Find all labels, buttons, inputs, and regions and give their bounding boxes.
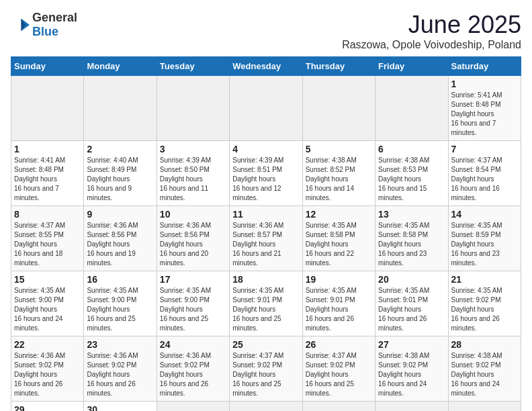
day-info: Sunrise: 4:36 AMSunset: 8:56 PMDaylight … (160, 221, 226, 268)
day-number: 10 (160, 209, 226, 220)
day-info: Sunrise: 4:38 AMSunset: 9:02 PMDaylight … (378, 351, 445, 398)
day-number: 30 (87, 404, 153, 411)
calendar-day-cell: 21Sunrise: 4:35 AMSunset: 9:02 PMDayligh… (448, 271, 521, 336)
calendar-header-cell: Sunday (11, 57, 84, 76)
day-number: 5 (306, 144, 372, 154)
calendar-day-cell: 9Sunrise: 4:36 AMSunset: 8:56 PMDaylight… (84, 206, 157, 271)
calendar-day-cell (302, 402, 375, 412)
day-info: Sunrise: 4:35 AMSunset: 9:02 PMDaylight … (451, 286, 518, 333)
calendar-header-cell: Monday (84, 57, 157, 76)
calendar-header-cell: Friday (375, 57, 448, 76)
day-info: Sunrise: 4:37 AMSunset: 8:55 PMDaylight … (14, 221, 81, 268)
calendar-week-row: 22Sunrise: 4:36 AMSunset: 9:02 PMDayligh… (11, 336, 521, 402)
calendar-day-cell: 22Sunrise: 4:36 AMSunset: 9:02 PMDayligh… (11, 336, 84, 402)
day-number: 12 (306, 209, 372, 220)
day-info: Sunrise: 4:38 AMSunset: 9:02 PMDaylight … (451, 351, 518, 398)
day-number: 19 (306, 274, 372, 285)
day-info: Sunrise: 4:37 AMSunset: 9:02 PMDaylight … (306, 351, 372, 398)
calendar-week-row: 1Sunrise: 4:41 AMSunset: 8:48 PMDaylight… (11, 141, 521, 206)
calendar-day-cell: 10Sunrise: 4:36 AMSunset: 8:56 PMDayligh… (157, 206, 229, 271)
day-info: Sunrise: 4:41 AMSunset: 8:48 PMDaylight … (14, 156, 81, 203)
calendar-day-cell: 16Sunrise: 4:35 AMSunset: 9:00 PMDayligh… (84, 271, 157, 336)
day-number: 21 (451, 274, 518, 285)
day-number: 4 (232, 144, 299, 154)
day-number: 24 (160, 339, 226, 350)
calendar-day-cell (157, 76, 229, 141)
calendar-day-cell: 26Sunrise: 4:37 AMSunset: 9:02 PMDayligh… (302, 336, 375, 402)
calendar-day-cell (375, 76, 448, 141)
day-number: 20 (378, 274, 445, 285)
calendar-day-cell: 1Sunrise: 5:41 AMSunset: 8:48 PMDaylight… (448, 76, 521, 141)
day-number: 17 (160, 274, 226, 285)
day-info: Sunrise: 4:35 AMSunset: 9:00 PMDaylight … (87, 286, 153, 333)
day-number: 1 (14, 144, 81, 154)
day-number: 15 (14, 274, 81, 285)
day-info: Sunrise: 4:36 AMSunset: 8:57 PMDaylight … (232, 221, 299, 268)
calendar-week-row: 1Sunrise: 5:41 AMSunset: 8:48 PMDaylight… (11, 76, 521, 141)
day-info: Sunrise: 4:35 AMSunset: 8:58 PMDaylight … (378, 221, 445, 268)
logo: General Blue (11, 11, 77, 39)
calendar-day-cell (84, 76, 157, 141)
day-number: 1 (451, 79, 518, 89)
day-number: 11 (232, 209, 299, 220)
calendar-day-cell: 24Sunrise: 4:36 AMSunset: 9:02 PMDayligh… (157, 336, 229, 402)
day-info: Sunrise: 4:40 AMSunset: 8:49 PMDaylight … (87, 156, 153, 203)
day-number: 14 (451, 209, 518, 220)
calendar-day-cell (448, 402, 521, 412)
calendar-day-cell: 4Sunrise: 4:39 AMSunset: 8:51 PMDaylight… (230, 141, 302, 206)
calendar-day-cell: 3Sunrise: 4:39 AMSunset: 8:50 PMDaylight… (157, 141, 229, 206)
day-info: Sunrise: 4:37 AMSunset: 9:02 PMDaylight … (232, 351, 299, 398)
calendar-day-cell: 27Sunrise: 4:38 AMSunset: 9:02 PMDayligh… (375, 336, 448, 402)
calendar-day-cell (157, 402, 229, 412)
day-info: Sunrise: 4:36 AMSunset: 9:02 PMDaylight … (160, 351, 226, 398)
calendar-day-cell: 1Sunrise: 4:41 AMSunset: 8:48 PMDaylight… (11, 141, 84, 206)
calendar-day-cell: 11Sunrise: 4:36 AMSunset: 8:57 PMDayligh… (230, 206, 302, 271)
day-number: 25 (232, 339, 299, 350)
calendar-day-cell (11, 76, 84, 141)
calendar-day-cell: 29Sunrise: 4:39 AMSunset: 9:02 PMDayligh… (11, 402, 84, 412)
calendar-day-cell: 5Sunrise: 4:38 AMSunset: 8:52 PMDaylight… (302, 141, 375, 206)
day-info: Sunrise: 4:35 AMSunset: 9:01 PMDaylight … (232, 286, 299, 333)
calendar-day-cell: 23Sunrise: 4:36 AMSunset: 9:02 PMDayligh… (84, 336, 157, 402)
calendar-day-cell (230, 76, 302, 141)
day-number: 23 (87, 339, 153, 350)
day-number: 6 (378, 144, 445, 154)
calendar-table: SundayMondayTuesdayWednesdayThursdayFrid… (11, 56, 521, 411)
calendar-day-cell: 13Sunrise: 4:35 AMSunset: 8:58 PMDayligh… (375, 206, 448, 271)
calendar-day-cell: 12Sunrise: 4:35 AMSunset: 8:58 PMDayligh… (302, 206, 375, 271)
calendar-day-cell (230, 402, 302, 412)
day-number: 9 (87, 209, 153, 220)
calendar-day-cell: 14Sunrise: 4:35 AMSunset: 8:59 PMDayligh… (448, 206, 521, 271)
day-info: Sunrise: 4:35 AMSunset: 9:01 PMDaylight … (378, 286, 445, 333)
day-info: Sunrise: 4:35 AMSunset: 8:58 PMDaylight … (306, 221, 372, 268)
calendar-week-row: 29Sunrise: 4:39 AMSunset: 9:02 PMDayligh… (11, 402, 521, 412)
calendar-day-cell: 17Sunrise: 4:35 AMSunset: 9:00 PMDayligh… (157, 271, 229, 336)
logo-icon (11, 17, 30, 32)
calendar-week-row: 15Sunrise: 4:35 AMSunset: 9:00 PMDayligh… (11, 271, 521, 336)
day-info: Sunrise: 4:35 AMSunset: 9:01 PMDaylight … (306, 286, 372, 333)
day-info: Sunrise: 4:36 AMSunset: 9:02 PMDaylight … (87, 351, 153, 398)
day-number: 7 (451, 144, 518, 154)
location-title: Raszowa, Opole Voivodeship, Poland (342, 39, 521, 51)
day-number: 22 (14, 339, 81, 350)
calendar-day-cell: 15Sunrise: 4:35 AMSunset: 9:00 PMDayligh… (11, 271, 84, 336)
logo-general-text: General (32, 11, 77, 24)
calendar-day-cell: 30Sunrise: 4:39 AMSunset: 9:02 PMDayligh… (84, 402, 157, 412)
day-number: 26 (306, 339, 372, 350)
day-info: Sunrise: 5:41 AMSunset: 8:48 PMDaylight … (451, 91, 518, 138)
title-area: June 2025 Raszowa, Opole Voivodeship, Po… (342, 11, 521, 51)
day-info: Sunrise: 4:35 AMSunset: 9:00 PMDaylight … (14, 286, 81, 333)
calendar-day-cell: 25Sunrise: 4:37 AMSunset: 9:02 PMDayligh… (230, 336, 302, 402)
header: General Blue June 2025 Raszowa, Opole Vo… (11, 11, 521, 51)
day-info: Sunrise: 4:38 AMSunset: 8:53 PMDaylight … (378, 156, 445, 203)
day-number: 3 (160, 144, 226, 154)
day-info: Sunrise: 4:39 AMSunset: 8:51 PMDaylight … (232, 156, 299, 203)
logo-blue-text: Blue (32, 25, 58, 38)
calendar-day-cell: 19Sunrise: 4:35 AMSunset: 9:01 PMDayligh… (302, 271, 375, 336)
calendar-week-row: 8Sunrise: 4:37 AMSunset: 8:55 PMDaylight… (11, 206, 521, 271)
calendar-day-cell: 18Sunrise: 4:35 AMSunset: 9:01 PMDayligh… (230, 271, 302, 336)
day-info: Sunrise: 4:35 AMSunset: 9:00 PMDaylight … (160, 286, 226, 333)
calendar-body: 1Sunrise: 5:41 AMSunset: 8:48 PMDaylight… (11, 76, 521, 412)
day-number: 28 (451, 339, 518, 350)
day-number: 27 (378, 339, 445, 350)
